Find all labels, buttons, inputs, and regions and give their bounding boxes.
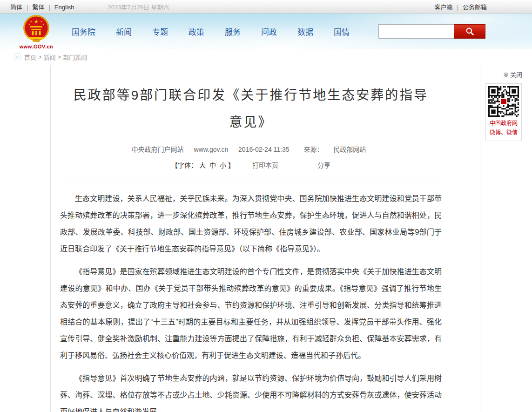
- close-widget-button[interactable]: ⊗关闭: [485, 70, 523, 79]
- divider: |: [457, 4, 458, 11]
- site-header: ★ ★ ★ ★ ★ www.GOV.cn 国务院 新闻 专题 政策 服务 问政 …: [0, 14, 532, 49]
- gov-logo[interactable]: ★ ★ ★ ★ ★ www.GOV.cn: [14, 14, 59, 49]
- current-date: 2023年7月29日 星期六: [108, 2, 169, 11]
- lang-traditional[interactable]: 繁体: [32, 4, 44, 11]
- svg-text:★: ★: [28, 23, 31, 26]
- nav-national-conditions[interactable]: 国情: [334, 26, 350, 37]
- nav-news[interactable]: 新闻: [116, 26, 132, 37]
- site-name: 中央政府门户网站: [132, 146, 184, 153]
- lang-english[interactable]: English: [54, 4, 74, 11]
- main-navigation: 国务院 新闻 专题 政策 服务 问政 数据 国情: [72, 26, 370, 37]
- national-emblem-icon: ★ ★ ★ ★ ★: [22, 14, 50, 43]
- qr-caption-line2: 微博、微信: [486, 128, 521, 137]
- search-input[interactable]: [378, 24, 454, 39]
- divider: |: [48, 4, 50, 11]
- svg-text:★: ★: [34, 19, 39, 24]
- font-size-small[interactable]: 小: [220, 162, 226, 169]
- breadcrumb-dept-news[interactable]: 部门新闻: [63, 53, 87, 61]
- font-size-label: 【字体：: [171, 162, 197, 169]
- qr-caption-line1: 中国政府网: [486, 119, 521, 128]
- share-button[interactable]: 分享: [317, 162, 330, 169]
- search-icon: [465, 27, 474, 36]
- official-mail-link[interactable]: 公务邮箱: [463, 4, 487, 11]
- breadcrumb-separator: >: [38, 54, 42, 61]
- search-bar: [378, 24, 485, 39]
- article-card: 民政部等9部门联合印发《关于推行节地生态安葬的指导意见》 中央政府门户网站 ww…: [50, 65, 480, 412]
- article-meta: 中央政府门户网站 www.gov.cn 2016-02-24 11:35 来源：…: [60, 144, 442, 154]
- article-toolbar: 【字体：大中小】 打印本页 分享: [60, 160, 442, 169]
- search-button[interactable]: [454, 24, 485, 39]
- lang-simplified[interactable]: 简体: [10, 4, 22, 11]
- language-switcher: 简体|繁体|English: [10, 2, 74, 11]
- paragraph: 《指导意见》首次明确了节地生态安葬的内涵，就是以节约资源、保护环境为价值导向，鼓…: [60, 370, 442, 412]
- divider: |: [27, 4, 28, 11]
- print-button[interactable]: 打印本页: [252, 162, 278, 169]
- svg-text:★: ★: [42, 23, 45, 26]
- breadcrumb-news[interactable]: 新闻: [44, 53, 56, 61]
- breadcrumb-separator: >: [58, 54, 61, 61]
- nav-state-council[interactable]: 国务院: [72, 26, 95, 37]
- article-title: 民政部等9部门联合印发《关于推行节地生态安葬的指导意见》: [72, 82, 430, 136]
- source: 来源： 民政部网站: [299, 146, 370, 153]
- source-value: 民政部网站: [333, 146, 366, 153]
- font-size-label-end: 】: [228, 162, 235, 169]
- breadcrumb-home[interactable]: 首页: [24, 53, 36, 61]
- nav-policies[interactable]: 政策: [189, 26, 204, 37]
- font-size-medium[interactable]: 中: [209, 162, 216, 169]
- breadcrumb-arrow-icon: »: [14, 54, 20, 60]
- qr-caption: 中国政府网 微博、微信: [486, 119, 521, 137]
- nav-data[interactable]: 数据: [297, 26, 313, 37]
- nav-topics[interactable]: 专题: [152, 26, 168, 37]
- font-size-large[interactable]: 大: [199, 162, 206, 169]
- publish-datetime: 2016-02-24 11:35: [238, 146, 290, 153]
- site-url: www.gov.cn: [194, 146, 229, 153]
- top-utility-bar: 简体|繁体|English 2023年7月29日 星期六 客户端|公务邮箱: [0, 0, 532, 14]
- paragraph: 生态文明建设，关系人民福祉，关乎民族未来。为深入贯彻党中央、国务院加快推进生态文…: [60, 190, 442, 257]
- nav-interaction[interactable]: 问政: [261, 26, 277, 37]
- article: 民政部等9部门联合印发《关于推行节地生态安葬的指导意见》 中央政府门户网站 ww…: [60, 82, 442, 412]
- logo-url-text: www.GOV.cn: [14, 44, 59, 49]
- paragraph: 《指导意见》是国家在殡葬领域推进生态文明建设的首个专门性文件，是贯彻落实中央《关…: [60, 263, 442, 364]
- topbar-right-links: 客户端|公务邮箱: [435, 2, 487, 11]
- client-app-link[interactable]: 客户端: [435, 4, 453, 11]
- qr-widget: ⊗关闭 中国政府网 微博、微信: [485, 70, 523, 141]
- close-icon: ⊗: [503, 71, 509, 78]
- qr-box: 中国政府网 微博、微信: [485, 83, 522, 141]
- nav-services[interactable]: 服务: [225, 26, 241, 37]
- article-content: 生态文明建设，关系人民福祉，关乎民族未来。为深入贯彻党中央、国务院加快推进生态文…: [60, 190, 442, 412]
- divider: [60, 180, 442, 180]
- close-label: 关闭: [510, 71, 522, 78]
- qr-code: [488, 86, 519, 117]
- source-label: 来源：: [303, 146, 323, 153]
- breadcrumb: » 首页> 新闻> 部门新闻: [0, 49, 532, 65]
